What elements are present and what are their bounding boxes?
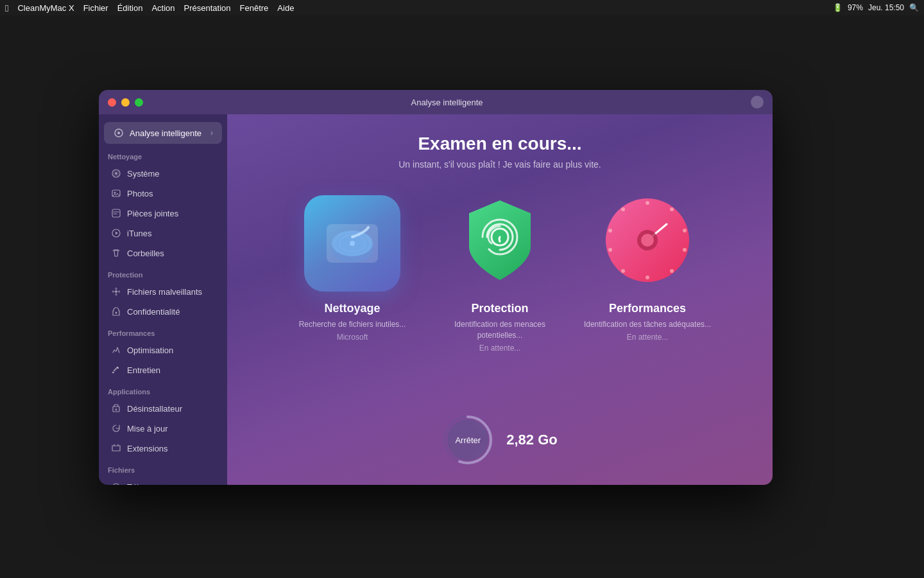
card-performances-status: En attente... — [627, 333, 669, 342]
sidebar-item-entretien[interactable]: Entretien — [101, 360, 225, 380]
svg-point-1 — [117, 132, 120, 134]
section-applications: Applications — [99, 380, 227, 398]
main-title: Examen en cours... — [418, 134, 581, 154]
photos-label: Photos — [127, 189, 153, 198]
cards-row: Nettoyage Recherche de fichiers inutiles… — [288, 195, 712, 353]
maximize-button[interactable] — [135, 98, 143, 107]
card-performances-desc: Identification des tâches adéquates... — [584, 319, 711, 330]
section-nettoyage: Nettoyage — [99, 145, 227, 163]
menubar:  CleanMyMac X Fichier Édition Action Pr… — [0, 0, 924, 15]
performances-icon — [599, 195, 696, 292]
main-subtitle: Un instant, s'il vous plaît ! Je vais fa… — [398, 159, 601, 170]
systeme-label: Système — [127, 169, 160, 179]
svg-point-6 — [114, 192, 116, 194]
card-nettoyage-desc: Recherche de fichiers inutiles... — [299, 319, 406, 330]
title-bar-dot — [751, 96, 764, 109]
card-protection-status: En attente... — [479, 344, 521, 353]
menubar-left:  CleanMyMac X Fichier Édition Action Pr… — [5, 3, 294, 13]
svg-point-22 — [646, 201, 649, 205]
card-nettoyage: Nettoyage Recherche de fichiers inutiles… — [288, 195, 416, 353]
svg-point-24 — [683, 229, 687, 232]
app-window: Analyse intelligente Analyse intelligent… — [99, 90, 773, 485]
battery-icon: 🔋 — [833, 3, 843, 12]
menu-action[interactable]: Action — [151, 3, 175, 13]
svg-point-28 — [621, 269, 625, 273]
pieces-jointes-label: Pièces jointes — [127, 209, 178, 218]
card-protection-title: Protection — [471, 302, 528, 315]
telescope-icon — [110, 481, 122, 485]
menu-edition[interactable]: Édition — [117, 3, 143, 13]
app-name[interactable]: CleanMyMac X — [17, 3, 74, 13]
svg-point-18 — [350, 241, 355, 246]
telescope-label: Télescope — [127, 482, 166, 486]
svg-rect-7 — [112, 209, 120, 217]
entretien-label: Entretien — [127, 365, 160, 375]
card-performances: Performances Identification des tâches a… — [583, 195, 712, 353]
sidebar-item-corbeilles[interactable]: Corbeilles — [101, 243, 225, 263]
systeme-icon — [110, 168, 122, 179]
svg-point-29 — [608, 248, 612, 252]
minimize-button[interactable] — [121, 98, 130, 107]
window-title: Analyse intelligente — [143, 98, 751, 107]
sidebar-item-itunes[interactable]: iTunes — [101, 223, 225, 243]
svg-point-12 — [113, 484, 119, 485]
svg-point-23 — [670, 207, 674, 211]
mise-a-jour-icon — [110, 423, 122, 434]
file-size-display: 2,82 Go — [506, 432, 557, 448]
confidentialite-icon — [110, 306, 122, 317]
menu-presentation[interactable]: Présentation — [184, 3, 231, 13]
card-nettoyage-title: Nettoyage — [324, 302, 380, 315]
card-performances-title: Performances — [609, 302, 686, 315]
svg-point-10 — [116, 312, 117, 314]
sidebar-item-optimisation[interactable]: Optimisation — [101, 340, 225, 360]
sidebar-item-systeme[interactable]: Système — [101, 164, 225, 183]
itunes-label: iTunes — [127, 229, 152, 238]
svg-point-9 — [115, 290, 117, 293]
protection-icon — [452, 195, 548, 292]
card-protection: Protection Identification des menaces po… — [436, 195, 564, 353]
main-content: Examen en cours... Un instant, s'il vous… — [227, 114, 773, 485]
sidebar-item-extensions[interactable]: Extensions — [101, 439, 225, 458]
stop-button[interactable]: Arrêter — [447, 419, 488, 460]
sidebar-item-desinstallateur[interactable]: Désinstallateur — [101, 399, 225, 418]
stop-button-wrapper: Arrêter — [442, 414, 493, 466]
svg-point-26 — [670, 269, 674, 273]
menu-fenetre[interactable]: Fenêtre — [240, 3, 269, 13]
svg-point-34 — [641, 234, 654, 247]
menu-fichier[interactable]: Fichier — [83, 3, 108, 13]
svg-point-3 — [115, 172, 117, 175]
desinstallateur-label: Désinstallateur — [127, 404, 182, 414]
corbeilles-icon — [110, 247, 122, 259]
battery-percent: 97% — [848, 3, 863, 12]
mise-a-jour-label: Mise à jour — [127, 424, 168, 434]
card-nettoyage-status: Microsoft — [337, 333, 368, 342]
desinstallateur-icon — [110, 403, 122, 414]
sidebar-item-fichiers-malveillants[interactable]: Fichiers malveillants — [101, 282, 225, 301]
section-performances: Performances — [99, 322, 227, 340]
sidebar-item-mise-a-jour[interactable]: Mise à jour — [101, 419, 225, 438]
itunes-icon — [110, 227, 122, 239]
traffic-lights — [108, 98, 143, 107]
sidebar-item-pieces-jointes[interactable]: Pièces jointes — [101, 204, 225, 223]
fichiers-malveillants-icon — [110, 286, 122, 297]
pieces-jointes-icon — [110, 207, 122, 219]
card-protection-desc: Identification des menaces potentielles.… — [436, 319, 564, 341]
svg-point-27 — [646, 276, 649, 279]
fichiers-malveillants-label: Fichiers malveillants — [127, 287, 202, 297]
sidebar-item-telescope[interactable]: Télescope — [101, 477, 225, 485]
sidebar-item-confidentialite[interactable]: Confidentialité — [101, 302, 225, 321]
corbeilles-label: Corbeilles — [127, 249, 164, 258]
extensions-icon — [110, 442, 122, 454]
sidebar-item-photos[interactable]: Photos — [101, 184, 225, 203]
smart-scan-chevron: › — [210, 128, 213, 137]
smart-scan-label: Analyse intelligente — [130, 128, 201, 138]
sidebar-item-smart-scan[interactable]: Analyse intelligente › — [104, 122, 222, 144]
close-button[interactable] — [108, 98, 116, 107]
smart-scan-icon — [113, 127, 124, 139]
apple-menu[interactable]:  — [5, 3, 8, 13]
confidentialite-label: Confidentialité — [127, 307, 180, 317]
title-bar: Analyse intelligente — [99, 90, 773, 114]
menu-aide[interactable]: Aide — [277, 3, 294, 13]
sidebar: Analyse intelligente › Nettoyage Système — [99, 114, 227, 485]
spotlight-icon[interactable]: 🔍 — [909, 3, 919, 12]
